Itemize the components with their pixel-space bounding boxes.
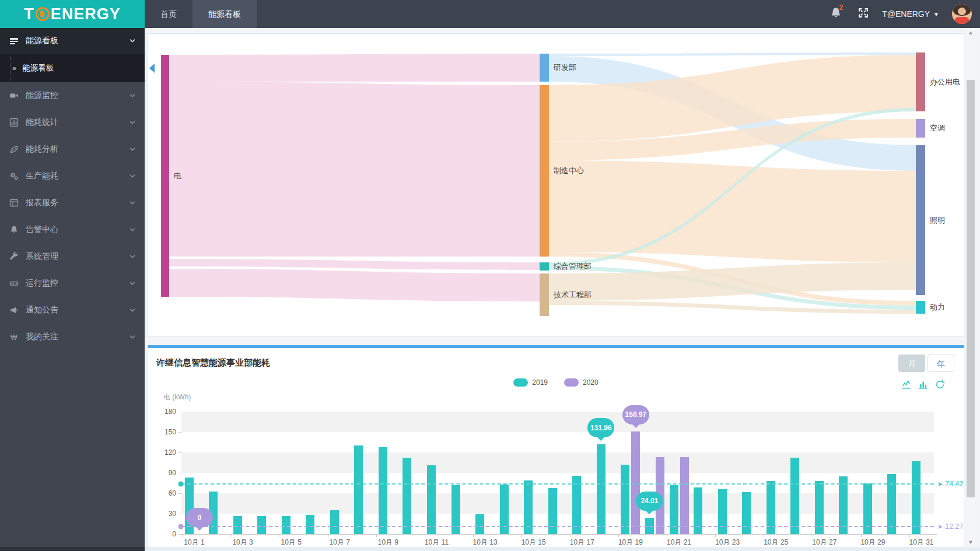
chevron-down-icon xyxy=(128,333,136,341)
fullscreen-icon[interactable] xyxy=(858,7,869,21)
balloon-tail xyxy=(596,436,606,445)
chart-toolbox xyxy=(901,380,945,389)
notification-bell-icon[interactable]: 2 xyxy=(830,6,845,22)
svg-text:₩: ₩ xyxy=(10,334,18,342)
x-tick-mark xyxy=(279,534,279,537)
x-tick-label: 10月 19 xyxy=(618,538,643,548)
x-tick-mark xyxy=(376,534,377,537)
chevron-down-icon xyxy=(128,226,136,234)
bar-2019-10月 7 xyxy=(330,510,339,534)
sankey-link xyxy=(169,259,540,270)
alarm-bell-icon xyxy=(9,225,19,234)
vertical-scrollbar[interactable]: ▲ ▼ xyxy=(966,28,975,547)
refresh-icon[interactable] xyxy=(935,380,945,389)
sankey-diagram xyxy=(148,34,964,333)
account-menu[interactable]: T@ENERGY ▼ xyxy=(882,9,939,19)
sidebar-item-3[interactable]: 能耗分析 xyxy=(0,136,145,163)
year-toggle-button[interactable]: 年 xyxy=(928,355,954,372)
bar-2019-10月 19 xyxy=(621,465,629,534)
header-tabs: 首页能源看板 xyxy=(145,0,257,28)
sankey-node[interactable] xyxy=(540,262,549,271)
x-tick-mark xyxy=(813,534,813,537)
bar-2019-10月 10 xyxy=(402,458,411,534)
y-tick-label: 180 xyxy=(153,408,176,416)
horizontal-scrollbar[interactable] xyxy=(145,547,980,551)
sidebar-item-10[interactable]: ₩我的关注 xyxy=(0,324,145,350)
scrollbar-thumb[interactable] xyxy=(967,80,975,497)
y-tick-mark xyxy=(178,432,181,433)
bar-2019-10月 8 xyxy=(354,445,363,534)
sankey-node[interactable] xyxy=(540,273,549,316)
chevron-down-icon: ▼ xyxy=(933,11,939,17)
sidebar-item-4[interactable]: 生产能耗 xyxy=(0,163,145,189)
y-tick-mark xyxy=(178,473,181,473)
tab-energy-board[interactable]: 能源看板 xyxy=(192,0,257,28)
sidebar-item-0[interactable]: 能源看板 xyxy=(0,28,145,54)
bar-2019-10月 13 xyxy=(475,514,484,534)
avatar[interactable] xyxy=(952,4,972,24)
chevron-down-icon xyxy=(128,172,136,180)
sankey-node-label: 综合管理部 xyxy=(554,261,592,272)
sankey-node[interactable] xyxy=(916,301,925,314)
plot-area xyxy=(181,412,934,534)
camera-icon xyxy=(9,91,19,100)
sankey-link xyxy=(169,269,540,301)
balloon-tail xyxy=(645,510,654,519)
report-icon xyxy=(9,198,19,208)
hdd-icon xyxy=(9,279,19,288)
line-chart-icon[interactable] xyxy=(901,380,911,389)
bar-chart-icon[interactable] xyxy=(918,380,928,389)
bar-2019-10月 4 xyxy=(257,516,266,535)
y-axis-unit-label: 电 (kWh) xyxy=(163,392,191,402)
x-tick-label: 10月 1 xyxy=(184,538,204,548)
balloon-tail xyxy=(631,423,640,433)
month-toggle-button[interactable]: 月 xyxy=(898,355,925,372)
sidebar-item-7[interactable]: 系统管理 xyxy=(0,243,145,270)
x-tick-label: 10月 31 xyxy=(909,538,933,548)
x-tick-mark xyxy=(182,534,183,537)
sidebar-item-1[interactable]: 能源监控 xyxy=(0,82,145,109)
sankey-node[interactable] xyxy=(916,119,925,138)
app-logo: TENERGY xyxy=(0,0,145,28)
chevron-down-icon xyxy=(128,252,136,261)
x-tick-label: 10月 25 xyxy=(764,538,788,548)
sankey-link xyxy=(169,82,540,257)
sidebar-item-label: 运行监控 xyxy=(26,278,58,289)
x-tick-mark xyxy=(618,534,619,537)
legend-item-2020[interactable]: 2020 xyxy=(564,378,598,387)
sidebar-item-6[interactable]: 告警中心 xyxy=(0,216,145,243)
marker-balloon: 150.97 xyxy=(622,405,649,424)
top-header: TENERGY 首页能源看板 2 T@ENERGY ▼ xyxy=(0,0,980,28)
sankey-node-label: 研发部 xyxy=(554,62,576,73)
sankey-node[interactable] xyxy=(540,54,549,82)
legend-swatch xyxy=(564,378,579,387)
legend-item-2019[interactable]: 2019 xyxy=(513,378,548,387)
bar-2019-10月 22 xyxy=(694,487,702,535)
tab-home[interactable]: 首页 xyxy=(145,0,192,28)
bar-2019-10月 26 xyxy=(790,458,799,534)
sidebar-item-5[interactable]: 报表服务 xyxy=(0,189,145,216)
x-tick-mark xyxy=(909,534,910,537)
marker-balloon: 0 xyxy=(186,508,213,527)
sankey-node[interactable] xyxy=(161,55,169,297)
sidebar-item-8[interactable]: 运行监控 xyxy=(0,270,145,297)
sankey-node[interactable] xyxy=(540,85,549,257)
sankey-link xyxy=(169,54,540,82)
sidebar-item-9[interactable]: 通知公告 xyxy=(0,297,145,324)
sidebar-subitem-0-0[interactable]: »能源看板 xyxy=(10,54,145,82)
bar-2019-10月 6 xyxy=(306,515,314,534)
average-line-2019 xyxy=(181,483,934,485)
sankey-node[interactable] xyxy=(916,52,925,111)
y-tick-label: 0 xyxy=(153,530,176,538)
main-content: 电研发部制造中心综合管理部技术工程部办公用电空调照明动力 许继信息智慧能源事业部… xyxy=(145,28,980,547)
sidebar-item-2[interactable]: 能耗统计 xyxy=(0,109,145,136)
scroll-down-icon[interactable]: ▼ xyxy=(966,538,975,547)
sidebar-menu: 能源看板»能源看板能源监控能耗统计能耗分析生产能耗报表服务告警中心系统管理运行监… xyxy=(0,28,145,547)
sankey-node-label: 办公用电 xyxy=(930,77,960,87)
sidebar-item-label: 能源看板 xyxy=(26,36,58,46)
sankey-node[interactable] xyxy=(916,145,925,295)
x-tick-mark xyxy=(715,534,716,537)
scroll-up-icon[interactable]: ▲ xyxy=(966,28,975,37)
sidebar-item-label: 能耗统计 xyxy=(26,117,58,128)
y-tick-mark xyxy=(178,412,181,412)
